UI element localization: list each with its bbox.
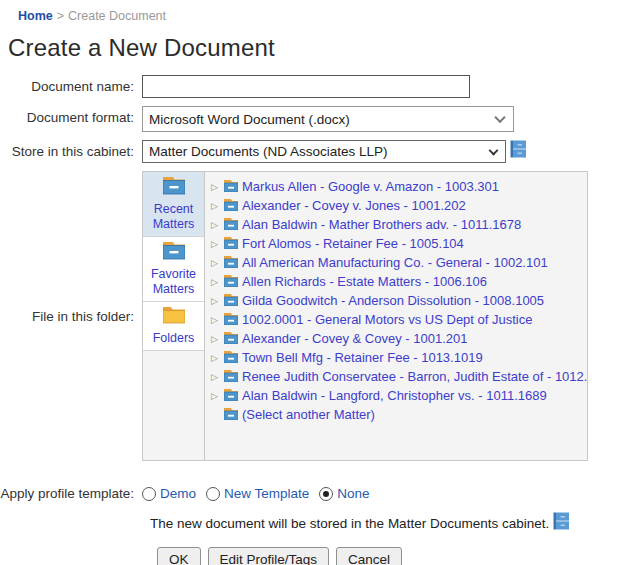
- tab-favorite-matters-label: Favorite Matters: [145, 267, 202, 297]
- matter-folder-icon: [224, 311, 238, 329]
- cabinet-icon[interactable]: [510, 140, 527, 162]
- ok-button[interactable]: OK: [157, 547, 201, 565]
- matter-row[interactable]: ▷Alexander - Covey & Covey - 1001.201: [211, 329, 587, 348]
- matter-row[interactable]: ▷Gilda Goodwitch - Anderson Dissolution …: [211, 291, 587, 310]
- expand-arrow-icon[interactable]: ▷: [211, 334, 224, 344]
- expand-arrow-icon[interactable]: ▷: [211, 372, 224, 382]
- radio-new-template-circle[interactable]: [206, 487, 220, 501]
- matter-link[interactable]: 1002.0001 - General Motors vs US Dept of…: [242, 312, 532, 327]
- matter-folder-icon: [224, 216, 238, 234]
- matter-link[interactable]: Allen Richards - Estate Matters - 1006.1…: [242, 274, 487, 289]
- document-format-value: Microsoft Word Document (.docx): [143, 112, 350, 127]
- folder-browser-tabs: Recent Matters Favorite Matters Folders: [143, 172, 205, 460]
- matter-folder-icon: [224, 292, 238, 310]
- cabinet-value: Matter Documents (ND Associates LLP): [143, 144, 388, 159]
- matter-folder-icon: [224, 235, 238, 253]
- matter-folder-icon: [224, 273, 238, 291]
- expand-arrow-icon[interactable]: ▷: [211, 277, 224, 287]
- matter-row[interactable]: ▷Allen Richards - Estate Matters - 1006.…: [211, 272, 587, 291]
- chevron-down-icon: [494, 112, 505, 123]
- matter-folder-icon: [163, 181, 185, 198]
- tab-folders-label: Folders: [145, 331, 202, 346]
- radio-demo[interactable]: Demo: [142, 486, 196, 501]
- radio-none-circle[interactable]: [319, 487, 333, 501]
- yellow-folder-icon: [163, 310, 185, 327]
- expand-arrow-icon[interactable]: ▷: [211, 220, 224, 230]
- file-in-folder-row: File in this folder: Recent Matters Favo…: [0, 171, 620, 461]
- matter-row[interactable]: ▷Alan Baldwin - Langford, Christopher vs…: [211, 386, 587, 405]
- document-format-select[interactable]: Microsoft Word Document (.docx): [142, 106, 514, 132]
- matter-link[interactable]: Gilda Goodwitch - Anderson Dissolution -…: [242, 293, 544, 308]
- expand-arrow-icon[interactable]: ▷: [211, 201, 224, 211]
- document-format-row: Document format: Microsoft Word Document…: [0, 106, 620, 132]
- matter-link[interactable]: All American Manufacturing Co. - General…: [242, 255, 548, 270]
- matter-row[interactable]: ▷Alan Baldwin - Mather Brothers adv. - 1…: [211, 215, 587, 234]
- cabinet-select[interactable]: Matter Documents (ND Associates LLP): [142, 140, 506, 163]
- matter-row[interactable]: ▷Town Bell Mfg - Retainer Fee - 1013.101…: [211, 348, 587, 367]
- chevron-down-icon: [489, 145, 499, 155]
- tab-recent-matters[interactable]: Recent Matters: [143, 172, 204, 237]
- cancel-button[interactable]: Cancel: [336, 547, 402, 565]
- matter-list: ▷Markus Allen - Google v. Amazon - 1003.…: [205, 172, 587, 460]
- breadcrumb: Home>Create Document: [0, 0, 620, 23]
- matter-link[interactable]: Alexander - Covey v. Jones - 1001.202: [242, 198, 466, 213]
- tab-favorite-matters[interactable]: Favorite Matters: [143, 237, 204, 302]
- document-name-row: Document name:: [0, 75, 620, 98]
- matter-link[interactable]: Alan Baldwin - Mather Brothers adv. - 10…: [242, 217, 521, 232]
- tab-recent-matters-label: Recent Matters: [145, 202, 202, 232]
- document-name-label: Document name:: [0, 75, 142, 94]
- radio-demo-label: Demo: [160, 486, 196, 501]
- profile-template-label: Apply profile template:: [0, 486, 142, 501]
- select-another-matter-link[interactable]: (Select another Matter): [242, 407, 375, 422]
- matter-row[interactable]: ▷Renee Judith Conservatee - Barron, Judi…: [211, 367, 587, 386]
- matter-link[interactable]: Fort Alomos - Retainer Fee - 1005.104: [242, 236, 464, 251]
- matter-folder-icon: [224, 349, 238, 367]
- matter-folder-icon: [224, 330, 238, 348]
- expand-arrow-icon[interactable]: ▷: [211, 258, 224, 268]
- matter-row[interactable]: ▷1002.0001 - General Motors vs US Dept o…: [211, 310, 587, 329]
- folder-browser: Recent Matters Favorite Matters Folders …: [142, 171, 588, 461]
- matter-row[interactable]: ▷Markus Allen - Google v. Amazon - 1003.…: [211, 177, 587, 196]
- cabinet-label: Store in this cabinet:: [0, 140, 142, 159]
- matter-row[interactable]: ▷Alexander - Covey v. Jones - 1001.202: [211, 196, 587, 215]
- radio-none-label: None: [337, 486, 369, 501]
- expand-arrow-icon[interactable]: ▷: [211, 182, 224, 192]
- matter-folder-icon: [224, 197, 238, 215]
- radio-new-template[interactable]: New Template: [206, 486, 309, 501]
- matter-row[interactable]: ▷All American Manufacturing Co. - Genera…: [211, 253, 587, 272]
- select-another-matter-row[interactable]: (Select another Matter): [211, 405, 587, 424]
- matter-folder-icon: [224, 406, 238, 424]
- storage-note-row: The new document will be stored in the M…: [0, 512, 620, 534]
- matter-folder-icon: [224, 368, 238, 386]
- expand-arrow-icon[interactable]: ▷: [211, 391, 224, 401]
- expand-arrow-icon[interactable]: ▷: [211, 239, 224, 249]
- matter-link[interactable]: Alan Baldwin - Langford, Christopher vs.…: [242, 388, 547, 403]
- matter-link[interactable]: Renee Judith Conservatee - Barron, Judit…: [242, 369, 587, 384]
- matter-folder-icon: [224, 178, 238, 196]
- matter-link[interactable]: Town Bell Mfg - Retainer Fee - 1013.1019: [242, 350, 483, 365]
- matter-folder-icon: [224, 254, 238, 272]
- expand-arrow-icon[interactable]: ▷: [211, 353, 224, 363]
- file-in-folder-label: File in this folder:: [0, 309, 142, 324]
- page-title: Create a New Document: [8, 34, 620, 62]
- matter-row[interactable]: ▷Fort Alomos - Retainer Fee - 1005.104: [211, 234, 587, 253]
- matter-folder-icon: [163, 246, 185, 263]
- radio-demo-circle[interactable]: [142, 487, 156, 501]
- matter-link[interactable]: Alexander - Covey & Covey - 1001.201: [242, 331, 467, 346]
- matter-link[interactable]: Markus Allen - Google v. Amazon - 1003.3…: [242, 179, 499, 194]
- tab-folders[interactable]: Folders: [143, 302, 204, 351]
- radio-new-template-label: New Template: [224, 486, 309, 501]
- expand-arrow-icon[interactable]: ▷: [211, 296, 224, 306]
- document-format-label: Document format:: [0, 106, 142, 125]
- profile-template-row: Apply profile template: Demo New Templat…: [0, 486, 620, 501]
- matter-folder-icon: [224, 387, 238, 405]
- cabinet-icon: [553, 512, 570, 534]
- profile-template-options: Demo New Template None: [142, 486, 370, 501]
- expand-arrow-icon[interactable]: ▷: [211, 315, 224, 325]
- breadcrumb-home-link[interactable]: Home: [18, 9, 53, 23]
- storage-note: The new document will be stored in the M…: [150, 516, 549, 531]
- edit-profile-tags-button[interactable]: Edit Profile/Tags: [208, 547, 330, 565]
- radio-none[interactable]: None: [319, 486, 369, 501]
- document-name-input[interactable]: [142, 75, 470, 98]
- breadcrumb-separator: >: [57, 9, 64, 23]
